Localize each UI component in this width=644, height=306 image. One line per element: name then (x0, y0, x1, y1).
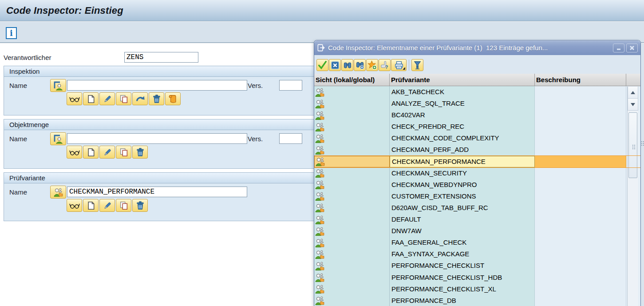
pruefvariante-display-button[interactable] (67, 199, 82, 212)
value-row[interactable]: CHECKMAN_SECURITY (314, 167, 640, 179)
value-row[interactable]: CHECKMAN_PERFORMANCE (314, 156, 640, 167)
find-button[interactable] (341, 59, 353, 71)
inspektion-name-input[interactable] (67, 80, 247, 91)
cancel-button[interactable] (329, 59, 341, 71)
binoculars-plus-icon (356, 61, 364, 70)
objektmenge-delete-button[interactable] (132, 146, 148, 159)
objektmenge-vers-label: Vers. (248, 135, 263, 143)
value-row[interactable]: DNW7AW (314, 225, 640, 237)
beschreibung-cell (535, 214, 626, 225)
value-row[interactable]: DEFAULT (314, 214, 640, 225)
help-button[interactable]: ? (379, 59, 391, 71)
edge-grip-icon (641, 141, 642, 142)
glasses-icon (69, 148, 80, 157)
dropdown-corner-icon (403, 67, 405, 70)
vertical-scrollbar[interactable] (627, 87, 638, 306)
pruefvariante-name-input[interactable] (67, 187, 247, 197)
view-lokal-global-icon (315, 122, 324, 131)
value-row[interactable]: FAA_GENERAL_CHECK (314, 237, 640, 248)
beschreibung-cell (535, 121, 626, 132)
value-row[interactable]: CHECKMAN_PERF_ADD (314, 144, 640, 155)
inspektion-create-button[interactable] (83, 92, 99, 105)
sicht-cell (314, 109, 390, 121)
pruefvariante-cell: ANALYZE_SQL_TRACE (390, 98, 535, 109)
value-row[interactable]: PERFORMANCE_CHECKLIST_HDB (314, 272, 640, 283)
sicht-cell (314, 248, 390, 260)
scrollbar-thumb[interactable] (628, 112, 637, 178)
objektmenge-create-button[interactable] (83, 146, 99, 159)
inspektion-owner-picker-button[interactable] (50, 79, 66, 92)
column-header-beschreibung[interactable]: Beschreibung (535, 74, 626, 86)
ok-button[interactable] (316, 59, 328, 71)
inspektion-display-button[interactable] (67, 92, 82, 105)
objektmenge-change-button[interactable] (99, 146, 115, 159)
value-row[interactable]: PERFORMANCE_CHECKLIST (314, 260, 640, 271)
inspektion-delete-button[interactable] (149, 92, 164, 105)
sicht-cell (314, 179, 390, 191)
sap-gui-screen: Code Inspector: Einstieg i Verantwortlic… (0, 0, 644, 306)
inspektion-log-button[interactable] (165, 92, 181, 105)
responsible-input[interactable] (124, 52, 198, 63)
filter-button[interactable] (411, 59, 423, 71)
objektmenge-vers-input[interactable] (279, 133, 302, 144)
page-title: Code Inspector: Einstieg (0, 5, 123, 16)
info-button[interactable]: i (6, 27, 17, 39)
minimize-button[interactable] (613, 44, 624, 52)
column-header-pruefvariante[interactable]: Prüfvariante (390, 74, 535, 86)
beschreibung-cell (535, 202, 626, 214)
create-document-icon (87, 94, 95, 104)
pruefvariante-copy-button[interactable] (116, 199, 131, 212)
sicht-cell (314, 214, 390, 225)
copy-icon (119, 94, 129, 104)
inspektion-change-button[interactable] (99, 92, 115, 105)
value-row[interactable]: CHECK_PREHDR_REC (314, 121, 640, 132)
beschreibung-cell (535, 191, 626, 202)
beschreibung-cell (535, 295, 626, 306)
value-row[interactable]: PERFORMANCE_DB (314, 295, 640, 306)
value-row[interactable]: BC402VAR (314, 109, 640, 121)
view-lokal-global-icon (315, 250, 324, 259)
column-header-sicht[interactable]: Sicht (lokal/global) (314, 74, 390, 86)
value-row[interactable]: FAA_SYNTAX_PACKAGE (314, 248, 640, 260)
dialog-title: Code Inspector: Elementname einer Prüfva… (325, 44, 611, 52)
beschreibung-cell (535, 144, 626, 155)
value-row[interactable]: PERFORMANCE_CHECKLIST_XL (314, 283, 640, 295)
pencil-icon (103, 147, 112, 157)
sicht-cell (314, 121, 390, 132)
objektmenge-display-button[interactable] (67, 146, 82, 159)
value-row[interactable]: CUSTOMER_EXTENSIONS (314, 191, 640, 202)
value-row[interactable]: ANALYZE_SQL_TRACE (314, 98, 640, 109)
inspektion-copy-button[interactable] (116, 92, 131, 105)
objektmenge-name-input[interactable] (67, 133, 247, 144)
create-document-icon (87, 201, 95, 211)
print-button[interactable] (391, 59, 407, 71)
view-lokal-global-icon (315, 261, 324, 270)
objektmenge-copy-button[interactable] (116, 146, 131, 159)
scroll-up-button[interactable] (628, 87, 638, 99)
view-lokal-global-icon (315, 134, 324, 143)
inspektion-vers-input[interactable] (279, 80, 302, 91)
value-row[interactable]: CHECKMAN_WEBDYNPRO (314, 179, 640, 191)
close-button[interactable] (626, 44, 638, 52)
view-lokal-global-icon (315, 99, 324, 108)
dialog-titlebar[interactable]: Code Inspector: Elementname einer Prüfva… (314, 40, 640, 55)
arrow-down-icon (631, 103, 635, 106)
sicht-cell (314, 156, 390, 167)
table-header-row: Sicht (lokal/global) Prüfvariante Beschr… (314, 74, 640, 86)
value-row[interactable]: AKB_TABCHECK (314, 86, 640, 98)
toolbar-separator (409, 60, 409, 71)
objektmenge-owner-picker-button[interactable] (50, 132, 66, 145)
pruefvariante-create-button[interactable] (83, 199, 99, 212)
pruefvariante-delete-button[interactable] (132, 199, 148, 212)
pruefvariante-view-picker-button[interactable] (50, 186, 66, 199)
view-lokal-global-icon (315, 203, 324, 212)
pruefvariante-change-button[interactable] (99, 199, 115, 212)
find-next-button[interactable] (354, 59, 366, 71)
sicht-cell (314, 283, 390, 295)
inspektion-redo-button[interactable] (132, 92, 148, 105)
value-row[interactable]: D620AW_CISD_TAB_BUFF_RC (314, 202, 640, 214)
scroll-down-button[interactable] (628, 99, 638, 111)
value-row[interactable]: CHECKMAN_CODE_COMPLEXITY (314, 132, 640, 144)
sicht-cell (314, 144, 390, 155)
add-to-personal-list-button[interactable] (366, 59, 378, 71)
